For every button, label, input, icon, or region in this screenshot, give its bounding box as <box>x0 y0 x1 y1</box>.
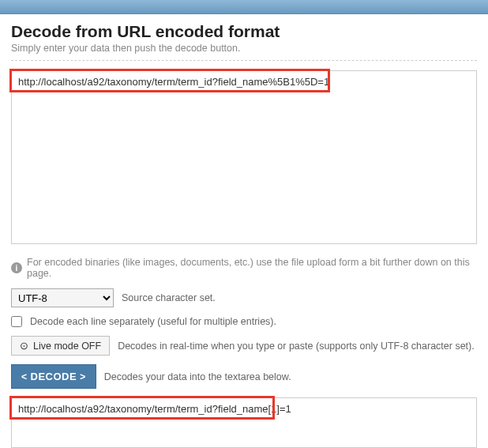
charset-row: UTF-8 Source character set. <box>11 288 477 307</box>
decode-button[interactable]: < DECODE > <box>11 364 96 389</box>
output-wrap <box>11 397 477 448</box>
main-container: Decode from URL encoded format Simply en… <box>0 14 488 448</box>
input-textarea[interactable] <box>11 70 477 244</box>
livemode-button-label: Live mode OFF <box>33 341 101 352</box>
chevron-right-icon: > <box>80 371 86 382</box>
livemode-button[interactable]: ⊙ Live mode OFF <box>11 336 110 356</box>
chevron-left-icon: < <box>21 371 28 382</box>
livemode-row: ⊙ Live mode OFF Decodes in real-time whe… <box>11 336 477 356</box>
charset-label: Source character set. <box>122 292 216 303</box>
page-subtitle: Simply enter your data then push the dec… <box>11 43 477 54</box>
charset-select[interactable]: UTF-8 <box>11 288 114 307</box>
perline-row: Decode each line separately (useful for … <box>11 316 477 327</box>
output-textarea[interactable] <box>11 397 477 448</box>
perline-checkbox[interactable] <box>11 316 22 327</box>
info-text: For encoded binaries (like images, docum… <box>27 257 477 279</box>
divider <box>11 60 477 61</box>
toggle-icon: ⊙ <box>20 340 28 352</box>
input-wrap <box>11 70 477 247</box>
decode-button-label: DECODE <box>31 371 77 382</box>
decode-label: Decodes your data into the textarea belo… <box>104 371 291 382</box>
perline-label: Decode each line separately (useful for … <box>30 316 276 327</box>
decode-row: < DECODE > Decodes your data into the te… <box>11 364 477 389</box>
livemode-label: Decodes in real-time when you type or pa… <box>118 341 475 352</box>
page-title: Decode from URL encoded format <box>11 22 477 41</box>
top-bar <box>0 0 488 14</box>
info-row: i For encoded binaries (like images, doc… <box>11 257 477 279</box>
info-icon: i <box>11 262 22 273</box>
